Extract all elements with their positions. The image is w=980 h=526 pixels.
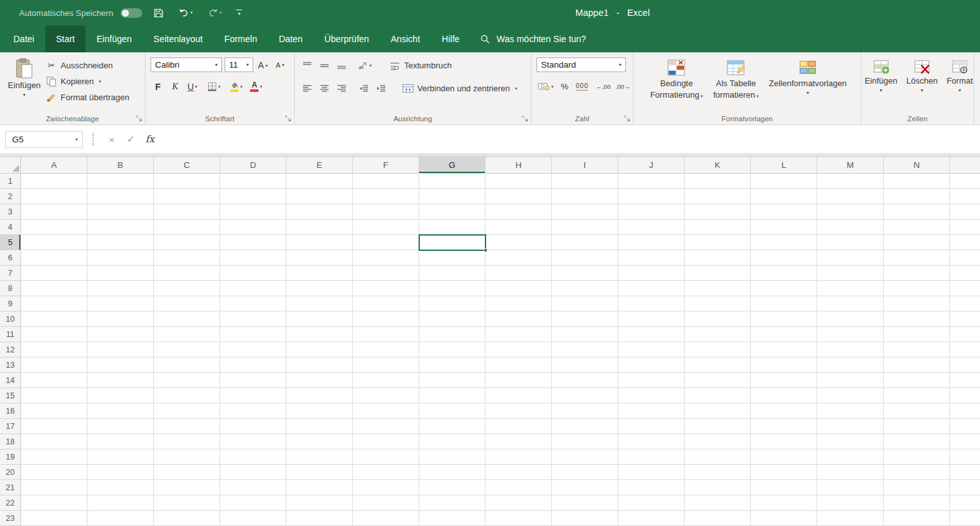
column-header-G[interactable]: G <box>419 157 486 173</box>
column-header-F[interactable]: F <box>353 157 419 173</box>
row-header-8[interactable]: 8 <box>0 281 20 296</box>
column-header-N[interactable]: N <box>884 157 950 173</box>
increase-font-size-button[interactable]: A▲ <box>256 57 271 72</box>
row-header-6[interactable]: 6 <box>0 250 20 266</box>
dialog-launcher-schriftart[interactable] <box>285 116 292 122</box>
merge-center-button[interactable]: Verbinden und zentrieren ▾ <box>400 80 520 96</box>
paste-button[interactable]: Einfügen ▾ <box>5 56 43 111</box>
tab-daten[interactable]: Daten <box>268 26 313 52</box>
merge-center-dropdown-icon[interactable]: ▾ <box>515 86 517 91</box>
font-color-dropdown-icon[interactable]: ▾ <box>260 84 262 89</box>
conditional-formatting-button[interactable]: Bedingte Formatierung▾ <box>647 56 706 111</box>
row-header-2[interactable]: 2 <box>0 189 20 204</box>
grid-cells[interactable] <box>21 174 980 526</box>
row-header-19[interactable]: 19 <box>0 449 20 465</box>
tab-einfügen[interactable]: Einfügen <box>85 26 142 52</box>
align-right-button[interactable] <box>334 81 349 96</box>
row-header-21[interactable]: 21 <box>0 480 20 495</box>
format-cells-dropdown-icon[interactable]: ▾ <box>958 87 961 94</box>
align-left-button[interactable] <box>300 81 315 96</box>
row-header-9[interactable]: 9 <box>0 296 20 312</box>
tab-datei[interactable]: Datei <box>3 26 45 52</box>
orientation-button[interactable]: ab ▾ <box>357 58 373 73</box>
search-box[interactable]: Was möchten Sie tun? <box>480 26 586 52</box>
delete-cells-button[interactable]: Löschen ▾ <box>903 56 941 111</box>
comma-style-button[interactable]: 000 <box>575 79 590 94</box>
fill-color-dropdown-icon[interactable]: ▾ <box>241 84 243 89</box>
column-header-D[interactable]: D <box>220 157 286 173</box>
undo-dropdown-icon[interactable]: ▾ <box>190 10 193 15</box>
row-header-4[interactable]: 4 <box>0 220 20 235</box>
dialog-launcher-zahl[interactable] <box>624 116 630 122</box>
formula-input[interactable] <box>160 131 980 148</box>
orientation-dropdown-icon[interactable]: ▾ <box>369 63 372 68</box>
number-format-combo[interactable]: Standard ▾ <box>537 57 626 72</box>
redo-button[interactable]: ▾ <box>204 6 226 20</box>
align-center-button[interactable] <box>317 81 332 96</box>
underline-dropdown-icon[interactable]: ▾ <box>195 84 198 89</box>
row-header-20[interactable]: 20 <box>0 465 20 480</box>
column-header-I[interactable]: I <box>552 157 618 173</box>
tab-überprüfen[interactable]: Überprüfen <box>313 26 380 52</box>
enter-button[interactable]: ✓ <box>121 133 140 145</box>
copy-button[interactable]: Kopieren ▾ <box>43 73 132 89</box>
tab-ansicht[interactable]: Ansicht <box>380 26 431 52</box>
increase-indent-button[interactable] <box>374 81 389 96</box>
autosave-toggle[interactable] <box>121 8 142 18</box>
row-header-11[interactable]: 11 <box>0 327 20 342</box>
customize-qat-button[interactable]: ▾ <box>233 8 245 18</box>
row-header-1[interactable]: 1 <box>0 174 20 189</box>
row-header-10[interactable]: 10 <box>0 312 20 327</box>
name-box[interactable]: G5 ▾ <box>5 131 83 148</box>
bold-button[interactable]: F <box>151 79 165 94</box>
row-header-14[interactable]: 14 <box>0 373 20 388</box>
increase-decimal-button[interactable]: ←,00 <box>595 79 612 94</box>
copy-dropdown-icon[interactable]: ▾ <box>99 79 101 84</box>
fill-handle[interactable] <box>484 248 487 252</box>
column-header-A[interactable]: A <box>21 157 87 173</box>
tab-seitenlayout[interactable]: Seitenlayout <box>143 26 214 52</box>
delete-cells-dropdown-icon[interactable]: ▾ <box>921 87 923 94</box>
row-header-3[interactable]: 3 <box>0 204 20 220</box>
row-header-16[interactable]: 16 <box>0 403 20 419</box>
name-box-dropdown-icon[interactable]: ▾ <box>71 137 82 142</box>
insert-cells-dropdown-icon[interactable]: ▾ <box>880 87 882 94</box>
accounting-format-button[interactable]: ▾ <box>537 79 555 94</box>
column-header-H[interactable]: H <box>486 157 552 173</box>
column-header-B[interactable]: B <box>87 157 154 173</box>
number-format-dropdown-icon[interactable]: ▾ <box>615 62 625 68</box>
row-header-12[interactable]: 12 <box>0 342 20 357</box>
decrease-decimal-button[interactable]: ,00→ <box>614 79 632 94</box>
select-all-button[interactable] <box>0 157 21 173</box>
cell-styles-button[interactable]: Zellenformatvorlagen ▾ <box>766 56 850 111</box>
borders-dropdown-icon[interactable]: ▾ <box>218 84 221 89</box>
row-header-5[interactable]: 5 <box>0 235 20 250</box>
format-as-table-button[interactable]: Als Tabelle formatieren▾ <box>710 56 762 111</box>
tab-formeln[interactable]: Formeln <box>214 26 268 52</box>
insert-cells-button[interactable]: Einfügen ▾ <box>861 56 900 111</box>
align-middle-button[interactable] <box>317 58 332 73</box>
row-header-7[interactable]: 7 <box>0 266 20 281</box>
save-button[interactable] <box>150 6 167 20</box>
borders-button[interactable]: ▾ <box>206 79 222 94</box>
redo-dropdown-icon[interactable]: ▾ <box>219 10 222 15</box>
font-name-dropdown-icon[interactable]: ▾ <box>211 62 221 68</box>
accounting-dropdown-icon[interactable]: ▾ <box>551 84 554 89</box>
row-header-18[interactable]: 18 <box>0 434 20 449</box>
italic-button[interactable]: K <box>168 79 182 94</box>
column-header-J[interactable]: J <box>618 157 685 173</box>
decrease-font-size-button[interactable]: A▼ <box>273 57 288 72</box>
fill-color-button[interactable]: ▾ <box>228 79 244 94</box>
selection-box[interactable] <box>419 234 486 251</box>
align-bottom-button[interactable] <box>334 58 349 73</box>
cell-styles-dropdown-icon[interactable]: ▾ <box>806 90 809 96</box>
dialog-launcher-ausrichtung[interactable] <box>522 116 528 122</box>
row-header-15[interactable]: 15 <box>0 388 20 403</box>
tab-hilfe[interactable]: Hilfe <box>431 26 470 52</box>
conditional-formatting-dropdown-icon[interactable]: ▾ <box>701 94 703 98</box>
font-size-combo[interactable]: 11 ▾ <box>225 57 253 72</box>
row-header-13[interactable]: 13 <box>0 357 20 373</box>
column-header-L[interactable]: L <box>751 157 817 173</box>
underline-button[interactable]: U ▾ <box>185 79 200 94</box>
tab-start[interactable]: Start <box>45 26 86 52</box>
